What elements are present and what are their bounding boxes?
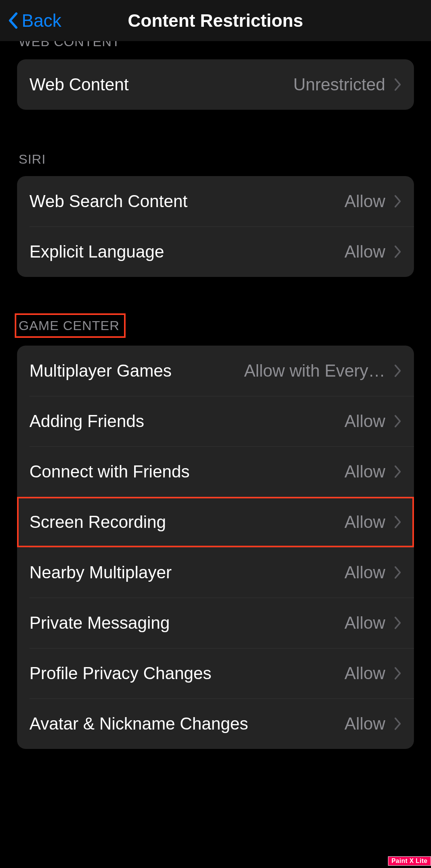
row-value: Allow — [345, 714, 385, 733]
row-value: Unrestricted — [293, 75, 385, 94]
group-web-content: Web Content Unrestricted — [17, 59, 414, 110]
chevron-left-icon — [8, 12, 18, 29]
row-web-content[interactable]: Web Content Unrestricted — [17, 59, 414, 110]
chevron-right-icon — [394, 515, 402, 529]
row-label: Screen Recording — [29, 512, 345, 532]
chevron-right-icon — [394, 717, 402, 730]
row-value: Allow — [345, 462, 385, 481]
chevron-right-icon — [394, 364, 402, 377]
row-value: Allow — [345, 412, 385, 431]
row-value: Allow — [345, 563, 385, 582]
row-value: Allow — [345, 242, 385, 261]
row-web-search-content[interactable]: Web Search Content Allow — [17, 176, 414, 227]
row-value: Allow — [345, 512, 385, 532]
chevron-right-icon — [394, 465, 402, 478]
row-private-messaging[interactable]: Private Messaging Allow — [17, 598, 414, 648]
chevron-right-icon — [394, 78, 402, 91]
row-profile-privacy-changes[interactable]: Profile Privacy Changes Allow — [17, 648, 414, 699]
back-button[interactable]: Back — [8, 10, 61, 31]
chevron-right-icon — [394, 415, 402, 428]
row-label: Web Content — [29, 75, 293, 94]
row-connect-with-friends[interactable]: Connect with Friends Allow — [17, 446, 414, 497]
row-value: Allow — [345, 664, 385, 683]
section-header-web-content: WEB CONTENT — [17, 41, 414, 49]
back-label: Back — [22, 10, 61, 31]
row-adding-friends[interactable]: Adding Friends Allow — [17, 396, 414, 446]
row-label: Avatar & Nickname Changes — [29, 714, 345, 733]
row-avatar-nickname-changes[interactable]: Avatar & Nickname Changes Allow — [17, 699, 414, 749]
row-label: Multiplayer Games — [29, 361, 244, 380]
group-game-center: Multiplayer Games Allow with Every… Addi… — [17, 346, 414, 749]
row-label: Profile Privacy Changes — [29, 664, 345, 683]
content-scroll[interactable]: WEB CONTENT Web Content Unrestricted SIR… — [0, 41, 431, 868]
row-label: Connect with Friends — [29, 462, 345, 481]
chevron-right-icon — [394, 195, 402, 208]
chevron-right-icon — [394, 245, 402, 258]
chevron-right-icon — [394, 566, 402, 579]
watermark: Paint X Lite — [388, 856, 431, 866]
row-value: Allow — [345, 613, 385, 633]
section-header-game-center: GAME CENTER — [15, 313, 126, 338]
row-label: Explicit Language — [29, 242, 345, 261]
row-value: Allow with Every… — [244, 361, 385, 380]
row-label: Private Messaging — [29, 613, 345, 633]
section-header-siri: SIRI — [17, 152, 414, 167]
navigation-bar: Back Content Restrictions — [0, 0, 431, 41]
chevron-right-icon — [394, 667, 402, 680]
page-title: Content Restrictions — [0, 10, 431, 31]
row-label: Web Search Content — [29, 192, 345, 211]
group-siri: Web Search Content Allow Explicit Langua… — [17, 176, 414, 277]
row-label: Adding Friends — [29, 412, 345, 431]
row-nearby-multiplayer[interactable]: Nearby Multiplayer Allow — [17, 547, 414, 598]
row-explicit-language[interactable]: Explicit Language Allow — [17, 227, 414, 277]
row-multiplayer-games[interactable]: Multiplayer Games Allow with Every… — [17, 346, 414, 396]
row-value: Allow — [345, 192, 385, 211]
chevron-right-icon — [394, 616, 402, 629]
row-label: Nearby Multiplayer — [29, 563, 345, 582]
row-screen-recording[interactable]: Screen Recording Allow — [17, 497, 414, 547]
